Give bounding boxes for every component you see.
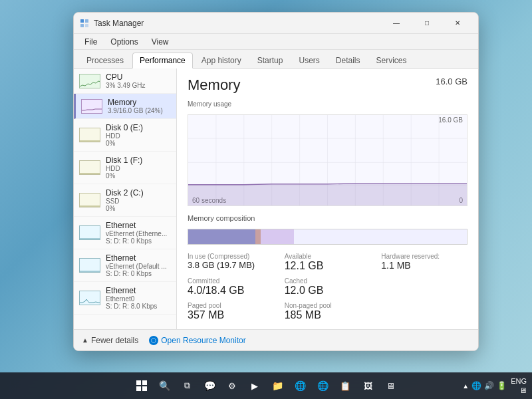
- menu-options[interactable]: Options: [105, 36, 143, 48]
- task-manager-window: Task Manager — □ ✕ File Options View Pro…: [73, 12, 479, 351]
- search-taskbar-button[interactable]: 🔍: [154, 375, 175, 396]
- mail-button[interactable]: 📋: [334, 375, 356, 396]
- svg-rect-1: [85, 19, 88, 23]
- stat-committed: Committed 4.0/18.4 GB: [188, 277, 274, 297]
- stat-cached: Cached 12.0 GB: [285, 277, 371, 297]
- settings-button[interactable]: 🖥: [380, 375, 401, 396]
- ethernet2-speed: S: D: R: 8.0 Kbps: [106, 303, 171, 310]
- menu-bar: File Options View: [74, 34, 478, 50]
- tab-app-history[interactable]: App history: [194, 53, 249, 68]
- stat-non-paged-pool-label: Non-paged pool: [285, 302, 371, 309]
- disk0-thumbnail: [79, 128, 100, 142]
- comp-free: [294, 229, 467, 244]
- cpu-info: CPU 3% 3.49 GHz: [106, 72, 171, 89]
- stat-committed-label: Committed: [188, 277, 274, 285]
- composition-label: Memory composition: [188, 214, 467, 222]
- disk1-thumbnail: [79, 160, 100, 175]
- memory-usage-label: Memory usage: [188, 100, 467, 108]
- main-content: CPU 3% 3.49 GHz Memory 3.9/16.0 GB (24%): [74, 68, 478, 329]
- tab-bar: Processes Performance App history Startu…: [74, 50, 478, 68]
- task-view-button[interactable]: ⧉: [176, 375, 198, 396]
- chevron-up-icon: ▲: [82, 336, 88, 344]
- tab-users[interactable]: Users: [291, 53, 327, 68]
- disk2-info: Disk 2 (C:) SSD 0%: [106, 188, 171, 212]
- ethernet0-info: Ethernet vEthernet (Etherne... S: D: R: …: [106, 221, 171, 245]
- memory-sub: 3.9/16.0 GB (24%): [108, 107, 171, 114]
- disk0-label: Disk 0 (E:): [106, 123, 171, 132]
- sidebar-item-memory[interactable]: Memory 3.9/16.0 GB (24%): [74, 94, 176, 119]
- detail-header: Memory 16.0 GB: [188, 76, 467, 94]
- detail-panel: Memory 16.0 GB Memory usage 16.0 GB 60 s…: [177, 68, 478, 329]
- svg-rect-2: [80, 24, 84, 27]
- detail-total: 16.0 GB: [436, 76, 467, 86]
- disk2-type: SSD: [106, 198, 171, 205]
- sidebar-item-ethernet2[interactable]: Ethernet Ethernet0 S: D: R: 8.0 Kbps: [74, 282, 176, 315]
- taskbar-right: ▲ 🌐 🔊 🔋 ENG 🖥: [462, 376, 527, 396]
- close-button[interactable]: ✕: [442, 13, 473, 34]
- taskbar-center: 🔍 ⧉ 💬 ⚙ ▶ 📁 🌐 🌐 📋 🖼 🖥: [131, 375, 401, 396]
- tab-performance[interactable]: Performance: [132, 53, 193, 68]
- menu-file[interactable]: File: [79, 36, 102, 48]
- sidebar-item-cpu[interactable]: CPU 3% 3.49 GHz: [74, 68, 176, 94]
- tab-details[interactable]: Details: [329, 53, 368, 68]
- disk1-info: Disk 1 (F:) HDD 0%: [106, 156, 171, 180]
- ethernet2-name: Ethernet0: [106, 295, 171, 303]
- svg-rect-3: [85, 24, 88, 27]
- tab-services[interactable]: Services: [369, 53, 414, 68]
- edge2-button[interactable]: 🌐: [312, 375, 333, 396]
- stat-paged-pool-label: Paged pool: [188, 302, 274, 309]
- fewer-details-button[interactable]: ▲ Fewer details: [82, 336, 138, 345]
- stat-committed-value: 4.0/18.4 GB: [188, 285, 274, 297]
- sidebar: CPU 3% 3.49 GHz Memory 3.9/16.0 GB (24%): [74, 68, 177, 329]
- comp-inuse: [188, 229, 255, 244]
- stat-hardware-reserved: Hardware reserved: 1.1 MB: [381, 253, 467, 272]
- ethernet1-name: vEthernet (Default ...: [106, 263, 171, 270]
- edge-button[interactable]: 🌐: [289, 375, 311, 396]
- sidebar-item-ethernet1[interactable]: Ethernet vEthernet (Default ... S: D: R:…: [74, 249, 176, 282]
- menu-view[interactable]: View: [146, 36, 174, 48]
- stat-paged-pool: Paged pool 357 MB: [188, 302, 274, 321]
- ethernet2-label: Ethernet: [106, 286, 171, 295]
- stat-in-use: In use (Compressed) 3.8 GB (19.7 MB): [188, 253, 274, 272]
- resource-monitor-icon: ⬡: [149, 336, 158, 345]
- stat-paged-pool-value: 357 MB: [188, 309, 274, 321]
- ethernet1-info: Ethernet vEthernet (Default ... S: D: R:…: [106, 253, 171, 277]
- window-footer: ▲ Fewer details ⬡ Open Resource Monitor: [74, 329, 478, 350]
- clock[interactable]: ENG 🖥: [511, 376, 527, 396]
- sidebar-item-disk2[interactable]: Disk 2 (C:) SSD 0%: [74, 184, 176, 217]
- cpu-label: CPU: [106, 72, 171, 82]
- ethernet1-thumbnail: [79, 258, 100, 273]
- chevron-tray-icon[interactable]: ▲: [462, 382, 469, 390]
- desktop: Task Manager — □ ✕ File Options View Pro…: [0, 0, 532, 399]
- time-display: ENG: [511, 376, 527, 386]
- minimize-button[interactable]: —: [381, 13, 412, 34]
- file-explorer-button[interactable]: 📁: [267, 375, 288, 396]
- sidebar-item-ethernet0[interactable]: Ethernet vEthernet (Etherne... S: D: R: …: [74, 217, 176, 249]
- disk2-usage: 0%: [106, 205, 171, 212]
- maximize-button[interactable]: □: [412, 13, 442, 34]
- stat-available-value: 12.1 GB: [285, 260, 371, 272]
- memory-label: Memory: [108, 98, 171, 107]
- stat-hardware-reserved-value: 1.1 MB: [381, 260, 467, 271]
- sidebar-item-disk1[interactable]: Disk 1 (F:) HDD 0%: [74, 152, 176, 184]
- open-resource-monitor-link[interactable]: ⬡ Open Resource Monitor: [149, 336, 245, 345]
- start-button[interactable]: [131, 375, 152, 396]
- window-controls: — □ ✕: [381, 13, 473, 34]
- terminal-button[interactable]: ▶: [244, 375, 265, 396]
- stat-non-paged-pool: Non-paged pool 185 MB: [285, 302, 371, 321]
- tab-processes[interactable]: Processes: [79, 53, 131, 68]
- stat-hardware-reserved-label: Hardware reserved:: [381, 253, 467, 260]
- sidebar-item-disk0[interactable]: Disk 0 (E:) HDD 0%: [74, 119, 176, 152]
- tab-startup[interactable]: Startup: [250, 53, 291, 68]
- chat-button[interactable]: 💬: [199, 375, 220, 396]
- ethernet2-thumbnail: [79, 291, 100, 305]
- fewer-details-label: Fewer details: [91, 336, 138, 345]
- battery-icon: 🔋: [497, 381, 507, 390]
- stat-in-use-value: 3.8 GB (19.7 MB): [188, 260, 274, 270]
- volume-icon: 🔊: [484, 381, 494, 390]
- photos-button[interactable]: 🖼: [357, 375, 378, 396]
- stats-grid-row3: Paged pool 357 MB Non-paged pool 185 MB: [188, 302, 467, 321]
- widgets-button[interactable]: ⚙: [221, 375, 243, 396]
- cpu-sub: 3% 3.49 GHz: [106, 82, 171, 89]
- disk1-usage: 0%: [106, 172, 171, 180]
